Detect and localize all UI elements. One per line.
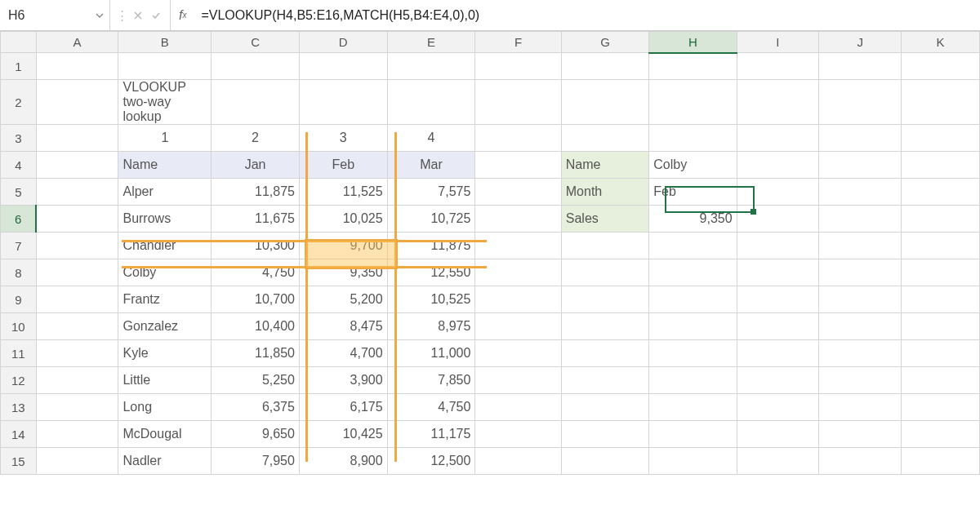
cell-F14[interactable] [475,421,561,448]
cell-G1[interactable] [561,53,649,80]
cell-A6[interactable] [36,206,118,233]
cell-H5[interactable]: Feb [649,179,737,206]
cell-I4[interactable] [737,152,819,179]
cell-G14[interactable] [561,421,649,448]
col-header-F[interactable]: F [475,32,561,53]
cell-G9[interactable] [561,286,649,313]
col-header-G[interactable]: G [561,32,649,53]
cell-K7[interactable] [901,233,979,259]
cell-I8[interactable] [737,259,819,286]
cell-K8[interactable] [901,259,979,286]
cell-H12[interactable] [649,367,737,394]
cell-D15[interactable]: 8,900 [299,448,387,475]
cell-D9[interactable]: 5,200 [299,286,387,313]
cell-G7[interactable] [561,233,649,259]
cell-J11[interactable] [819,340,902,367]
cell-C2[interactable] [212,80,300,125]
cell-D14[interactable]: 10,425 [299,421,387,448]
cell-C5[interactable]: 11,875 [212,179,300,206]
cell-G2[interactable] [561,80,649,125]
cell-J15[interactable] [819,448,902,475]
cell-J9[interactable] [819,286,902,313]
row-header-7[interactable]: 7 [1,233,37,259]
cell-E6[interactable]: 10,725 [387,206,475,233]
col-header-E[interactable]: E [387,32,475,53]
cell-E8[interactable]: 12,550 [387,259,475,286]
cell-A8[interactable] [36,259,118,286]
cell-I14[interactable] [737,421,819,448]
cell-D5[interactable]: 11,525 [299,179,387,206]
cell-E2[interactable] [387,80,475,125]
col-header-K[interactable]: K [901,32,979,53]
cell-K9[interactable] [901,286,979,313]
cell-F15[interactable] [475,448,561,475]
cell-H13[interactable] [649,394,737,421]
cell-G8[interactable] [561,259,649,286]
row-header-15[interactable]: 15 [1,448,37,475]
row-header-11[interactable]: 11 [1,340,37,367]
cell-H7[interactable] [649,233,737,259]
cell-D2[interactable] [299,80,387,125]
cell-B12[interactable]: Little [118,367,212,394]
cell-E9[interactable]: 10,525 [387,286,475,313]
col-header-H[interactable]: H [649,32,737,53]
cell-K6[interactable] [901,206,979,233]
cell-I10[interactable] [737,313,819,340]
cell-G15[interactable] [561,448,649,475]
cell-E13[interactable]: 4,750 [387,394,475,421]
cell-A11[interactable] [36,340,118,367]
cell-D13[interactable]: 6,175 [299,394,387,421]
cell-I7[interactable] [737,233,819,259]
cell-B13[interactable]: Long [118,394,212,421]
cell-F11[interactable] [475,340,561,367]
cell-C11[interactable]: 11,850 [212,340,300,367]
cell-F4[interactable] [475,152,561,179]
cell-D8[interactable]: 9,350 [299,259,387,286]
col-header-I[interactable]: I [737,32,819,53]
cell-G4[interactable]: Name [561,152,649,179]
cancel-icon[interactable] [129,7,147,24]
cell-H9[interactable] [649,286,737,313]
cell-A15[interactable] [36,448,118,475]
cell-C10[interactable]: 10,400 [212,313,300,340]
formula-input[interactable]: =VLOOKUP(H4,B5:E16,MATCH(H5,B4:E4,0),0) [194,0,980,30]
row-header-9[interactable]: 9 [1,286,37,313]
cell-A7[interactable] [36,233,118,259]
cell-K11[interactable] [901,340,979,367]
cell-F12[interactable] [475,367,561,394]
cell-I6[interactable] [737,206,819,233]
cell-J8[interactable] [819,259,902,286]
cell-I2[interactable] [737,80,819,125]
cell-J1[interactable] [819,53,902,80]
cell-H2[interactable] [649,80,737,125]
cell-E5[interactable]: 7,575 [387,179,475,206]
cell-I3[interactable] [737,125,819,152]
cell-A5[interactable] [36,179,118,206]
cell-A9[interactable] [36,286,118,313]
cell-F5[interactable] [475,179,561,206]
row-header-8[interactable]: 8 [1,259,37,286]
cell-I5[interactable] [737,179,819,206]
cell-B3[interactable]: 1 [118,125,212,152]
cell-J10[interactable] [819,313,902,340]
cell-I9[interactable] [737,286,819,313]
row-header-10[interactable]: 10 [1,313,37,340]
cell-F13[interactable] [475,394,561,421]
col-header-C[interactable]: C [212,32,300,53]
cell-G10[interactable] [561,313,649,340]
cell-I1[interactable] [737,53,819,80]
cell-J14[interactable] [819,421,902,448]
cell-C6[interactable]: 11,675 [212,206,300,233]
cell-B5[interactable]: Alper [118,179,212,206]
cell-K2[interactable] [901,80,979,125]
cell-D11[interactable]: 4,700 [299,340,387,367]
cell-F6[interactable] [475,206,561,233]
cell-B14[interactable]: McDougal [118,421,212,448]
cell-F8[interactable] [475,259,561,286]
cell-A13[interactable] [36,394,118,421]
cell-C14[interactable]: 9,650 [212,421,300,448]
cell-E3[interactable]: 4 [387,125,475,152]
cell-D10[interactable]: 8,475 [299,313,387,340]
cell-E7[interactable]: 11,875 [387,233,475,259]
cell-C12[interactable]: 5,250 [212,367,300,394]
